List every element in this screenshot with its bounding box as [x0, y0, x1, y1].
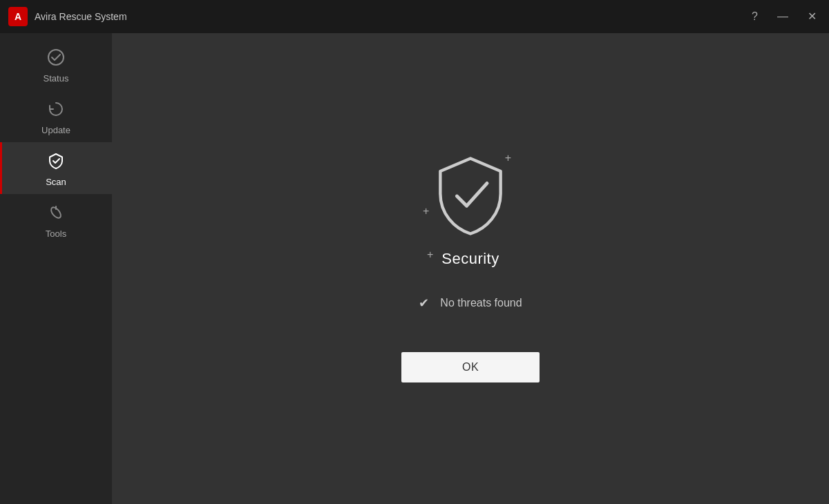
status-row: ✔ No threats found — [419, 295, 522, 311]
sidebar-item-tools[interactable]: Tools — [0, 194, 112, 246]
ok-button[interactable]: OK — [401, 352, 540, 382]
sidebar-item-status[interactable]: Status — [0, 39, 112, 90]
sidebar-item-status-label: Status — [44, 73, 69, 84]
minimize-button[interactable]: — — [773, 8, 792, 25]
active-indicator — [0, 142, 2, 194]
titlebar: A Avira Rescue System ? — ✕ — [0, 0, 829, 33]
status-icon — [47, 48, 65, 69]
shield-container — [432, 155, 508, 238]
sidebar-item-update[interactable]: Update — [0, 90, 112, 142]
help-button[interactable]: ? — [747, 8, 762, 25]
shield-icon — [432, 155, 508, 238]
app-title: Avira Rescue System — [35, 11, 747, 22]
scan-icon — [47, 152, 65, 173]
sidebar-item-scan[interactable]: Scan — [0, 142, 112, 194]
close-button[interactable]: ✕ — [803, 8, 821, 25]
sidebar-item-update-label: Update — [41, 125, 70, 135]
security-visual: + + + Security — [432, 155, 508, 268]
sidebar: Status Update Scan — [0, 33, 112, 504]
content-area: + + + Security ✔ No threats found OK — [112, 33, 829, 504]
update-icon — [47, 100, 65, 121]
tools-icon — [47, 204, 65, 224]
check-icon: ✔ — [419, 295, 429, 311]
app-logo: A — [8, 7, 28, 26]
plus-decoration-bottom: + — [427, 249, 433, 261]
sidebar-item-tools-label: Tools — [46, 229, 66, 239]
plus-decoration-left: + — [423, 205, 429, 217]
status-text: No threats found — [440, 297, 522, 309]
svg-point-0 — [48, 50, 64, 65]
logo-text: A — [15, 11, 21, 22]
sidebar-item-scan-label: Scan — [46, 177, 66, 187]
main-container: Status Update Scan — [0, 33, 829, 504]
security-title: Security — [441, 250, 499, 268]
window-controls: ? — ✕ — [747, 8, 821, 25]
